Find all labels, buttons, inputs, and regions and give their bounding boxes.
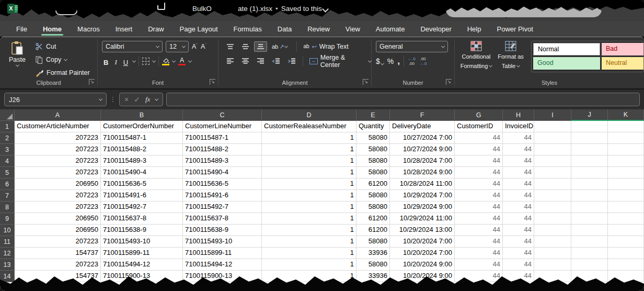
cell-C6[interactable]: 7100115636-5 <box>183 178 262 190</box>
cell-K1[interactable] <box>608 121 644 132</box>
formula-input[interactable] <box>166 93 640 106</box>
wrap-text-button[interactable]: ab↩ Wrap Text <box>303 41 348 52</box>
cell-H10[interactable]: 44 <box>503 225 534 236</box>
cell-J5[interactable] <box>571 167 608 178</box>
cell-G1[interactable]: CustomerID <box>455 121 503 132</box>
italic-button[interactable]: I <box>113 56 118 66</box>
cell-H9[interactable]: 44 <box>503 213 534 225</box>
select-all-corner[interactable] <box>0 109 15 121</box>
merge-center-button[interactable]: ↔ Merge & Center <box>309 55 371 67</box>
borders-button[interactable] <box>142 58 150 65</box>
row-header-4[interactable]: 4 <box>0 155 15 167</box>
cell-I3[interactable] <box>534 144 571 155</box>
cell-A7[interactable]: 207223 <box>15 190 101 202</box>
tab-data[interactable]: Data <box>270 21 300 37</box>
cell-G5[interactable]: 44 <box>455 167 503 178</box>
dialog-launcher-icon[interactable]: ↘ <box>210 79 215 85</box>
cell-C9[interactable]: 7100115637-8 <box>183 213 262 225</box>
cell-E4[interactable]: 58080 <box>356 155 390 167</box>
cell-B10[interactable]: 7100115638-9 <box>101 225 183 236</box>
cell-A1[interactable]: CustomerArticleNumber <box>15 121 101 132</box>
cell-B9[interactable]: 7100115637-8 <box>101 213 183 225</box>
column-header-K[interactable]: K <box>608 109 644 121</box>
cell-F12[interactable]: 10/20/2024 7:00 <box>390 248 455 259</box>
cell-E12[interactable]: 33936 <box>356 248 390 259</box>
enter-icon[interactable]: ✓ <box>134 96 140 103</box>
cell-C8[interactable]: 7100115492-7 <box>183 202 262 213</box>
decrease-font-button[interactable]: Aˇ <box>201 42 206 50</box>
cell-C10[interactable]: 7100115638-9 <box>183 225 262 236</box>
insert-function-button[interactable]: fx <box>145 95 150 104</box>
cell-F13[interactable]: 10/20/2024 9:00 <box>390 259 455 271</box>
align-center-button[interactable] <box>239 56 252 66</box>
cell-B6[interactable]: 7100115636-5 <box>101 178 183 190</box>
cell-F3[interactable]: 10/27/2024 9:00 <box>390 144 455 155</box>
cell-G10[interactable]: 44 <box>455 225 503 236</box>
cell-H13[interactable]: 44 <box>503 259 534 271</box>
cell-E2[interactable]: 58080 <box>356 132 390 144</box>
cell-H12[interactable]: 44 <box>503 248 534 259</box>
cell-I7[interactable] <box>534 190 571 202</box>
tab-power-pivot[interactable]: Power Pivot <box>489 21 540 37</box>
cell-I1[interactable] <box>534 121 571 132</box>
cell-D10[interactable]: 1 <box>262 225 356 236</box>
tab-home[interactable]: Home <box>35 21 70 37</box>
cell-A5[interactable]: 207223 <box>15 167 101 178</box>
column-header-B[interactable]: B <box>101 109 183 121</box>
cell-I2[interactable] <box>534 132 571 144</box>
column-header-I[interactable]: I <box>534 109 571 121</box>
cell-K11[interactable] <box>608 236 644 248</box>
name-box[interactable]: J26 <box>4 93 107 106</box>
cell-A11[interactable]: 207223 <box>15 236 101 248</box>
cell-J2[interactable] <box>571 132 608 144</box>
cell-I4[interactable] <box>534 155 571 167</box>
cell-J6[interactable] <box>571 178 608 190</box>
cell-B5[interactable]: 7100115490-4 <box>101 167 183 178</box>
cell-A3[interactable]: 207223 <box>15 144 101 155</box>
tab-view[interactable]: View <box>338 21 368 37</box>
decrease-indent-button[interactable] <box>269 56 283 66</box>
cell-B3[interactable]: 7100115488-2 <box>101 144 183 155</box>
cell-G6[interactable]: 44 <box>455 178 503 190</box>
excel-app-icon[interactable]: X <box>7 4 18 14</box>
cell-K4[interactable] <box>608 155 644 167</box>
format-as-table-button[interactable]: Format as Table <box>493 41 528 70</box>
dialog-launcher-icon[interactable]: ↘ <box>363 79 369 85</box>
cell-B4[interactable]: 7100115489-3 <box>101 155 183 167</box>
row-header-10[interactable]: 10 <box>0 225 15 236</box>
cell-E13[interactable]: 58080 <box>356 259 390 271</box>
cell-D12[interactable]: 1 <box>262 248 356 259</box>
row-header-9[interactable]: 9 <box>0 213 15 225</box>
conditional-formatting-button[interactable]: Conditional Formatting <box>459 41 493 70</box>
cell-D8[interactable]: 1 <box>262 202 356 213</box>
cell-D5[interactable]: 1 <box>262 167 356 178</box>
cell-B12[interactable]: 7100115899-11 <box>101 248 183 259</box>
percent-button[interactable]: % <box>387 57 394 65</box>
align-middle-button[interactable] <box>239 41 252 52</box>
row-header-13[interactable]: 13 <box>0 259 15 271</box>
tab-help[interactable]: Help <box>459 21 489 37</box>
cell-K7[interactable] <box>608 190 644 202</box>
cell-B8[interactable]: 7100115492-7 <box>101 202 183 213</box>
row-header-6[interactable]: 6 <box>0 178 15 190</box>
cell-K2[interactable] <box>608 132 644 144</box>
cell-H6[interactable]: 44 <box>503 178 534 190</box>
cell-G7[interactable]: 44 <box>455 190 503 202</box>
row-header-7[interactable]: 7 <box>0 190 15 202</box>
cell-H8[interactable]: 44 <box>503 202 534 213</box>
row-header-12[interactable]: 12 <box>0 248 15 259</box>
style-neutral[interactable]: Neutral <box>602 57 644 70</box>
font-size-select[interactable]: 12 <box>166 41 189 52</box>
cell-H1[interactable]: InvoiceID <box>503 121 534 132</box>
cell-K10[interactable] <box>608 225 644 236</box>
column-header-C[interactable]: C <box>183 109 262 121</box>
cell-F9[interactable]: 10/29/2024 11:00 <box>390 213 455 225</box>
cell-E8[interactable]: 58080 <box>356 202 390 213</box>
cell-H7[interactable]: 44 <box>503 190 534 202</box>
column-header-E[interactable]: E <box>356 109 390 121</box>
cell-A12[interactable]: 154737 <box>15 248 101 259</box>
tab-insert[interactable]: Insert <box>108 21 141 37</box>
cell-E11[interactable]: 58080 <box>356 236 390 248</box>
cell-H11[interactable]: 44 <box>503 236 534 248</box>
cell-I8[interactable] <box>534 202 571 213</box>
